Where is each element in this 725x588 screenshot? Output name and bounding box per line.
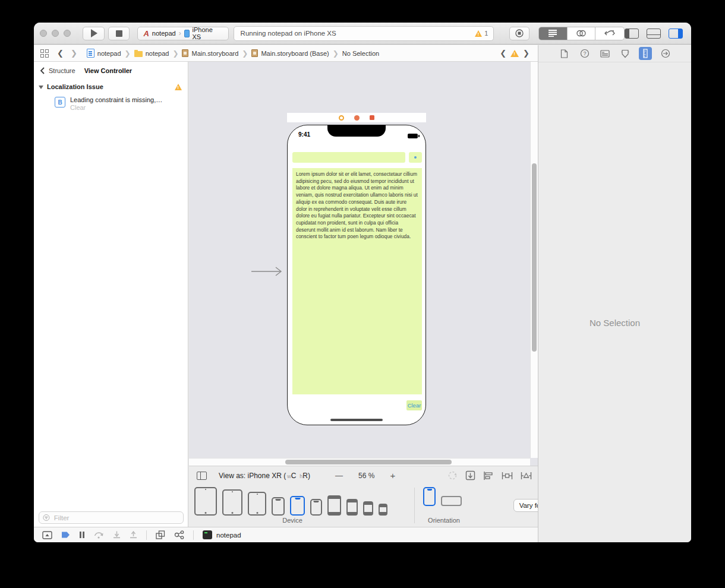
toggle-navigator-panel-button[interactable] <box>625 29 639 39</box>
device-iphone-se[interactable] <box>363 501 373 516</box>
device-iphone-xs-max[interactable] <box>272 497 285 516</box>
disclosure-triangle-icon[interactable] <box>39 86 43 89</box>
related-items-icon[interactable] <box>40 49 49 58</box>
pause-icon[interactable] <box>79 531 85 539</box>
exit-segue-icon[interactable] <box>370 115 374 120</box>
zoom-in-button[interactable]: + <box>390 470 395 480</box>
iphone-xr-design-canvas[interactable]: 9:41 Lorem ipsum dolor sit er elit lamet… <box>287 125 426 425</box>
issue-clear-action[interactable]: Clear <box>70 104 86 111</box>
navigator-title: View Controller <box>84 67 132 74</box>
next-issue-button[interactable]: ❯ <box>523 49 529 58</box>
memory-graph-icon[interactable] <box>174 530 184 539</box>
view-hierarchy-debugger-icon[interactable] <box>156 530 165 539</box>
step-into-icon[interactable] <box>113 531 121 539</box>
minimize-window-button[interactable] <box>52 30 59 37</box>
resolve-autolayout-icon[interactable] <box>521 471 532 480</box>
issue-text-block: Leading constraint is missing,… Clear <box>70 96 162 112</box>
first-responder-icon[interactable] <box>354 115 360 121</box>
assistant-editor-icon <box>576 30 587 37</box>
debug-process-tab[interactable]: notepad <box>203 530 241 539</box>
device-ipad-large[interactable] <box>194 487 217 516</box>
clear-button[interactable]: Clear <box>406 400 422 410</box>
run-button[interactable] <box>83 27 105 40</box>
filter-input[interactable] <box>53 514 179 522</box>
issue-group-row[interactable]: Localization Issue <box>34 78 188 93</box>
help-icon: ? <box>580 49 590 58</box>
text-view[interactable]: Lorem ipsum dolor sit er elit lamet, con… <box>292 168 422 394</box>
library-icon <box>515 29 524 38</box>
chevron-separator-icon: ❯ <box>172 49 178 58</box>
hide-debug-area-icon[interactable] <box>42 531 52 539</box>
update-frames-icon[interactable] <box>447 470 458 480</box>
view-as-button[interactable]: View as: iPhone XR ( w C h R) <box>219 472 310 480</box>
standard-editor-button[interactable] <box>539 27 568 40</box>
align-icon[interactable] <box>483 471 494 480</box>
view-controller-icon[interactable] <box>339 115 344 121</box>
text-field[interactable] <box>292 152 405 163</box>
add-note-button[interactable] <box>409 152 422 163</box>
version-editor-button[interactable] <box>595 27 624 40</box>
device-iphone-8-plus[interactable] <box>327 495 341 516</box>
identity-inspector-tab[interactable] <box>598 47 611 60</box>
device-iphone-4s[interactable] <box>379 504 387 516</box>
step-out-icon[interactable] <box>130 531 137 539</box>
filter-icon <box>43 514 50 521</box>
storyboard-entry-point-arrow[interactable] <box>251 266 285 277</box>
size-inspector-tab-selected[interactable] <box>639 47 652 60</box>
breadcrumb-item-project[interactable]: notepad <box>87 49 121 58</box>
panel-toggle-group <box>625 29 683 39</box>
zoom-window-button[interactable] <box>64 30 71 37</box>
zoom-level[interactable]: 56 % <box>358 472 374 480</box>
assistant-editor-button[interactable] <box>568 27 596 40</box>
structure-back-link[interactable]: Structure <box>49 67 75 74</box>
svg-text:?: ? <box>583 50 586 56</box>
connections-inspector-tab[interactable] <box>659 47 672 60</box>
previous-issue-button[interactable]: ❮ <box>500 49 506 58</box>
library-button[interactable] <box>509 27 529 40</box>
embed-in-stack-icon[interactable] <box>465 470 475 480</box>
vertical-scrollbar[interactable] <box>530 62 538 458</box>
no-selection-placeholder: No Selection <box>538 318 691 328</box>
horizontal-scrollbar-thumb[interactable] <box>285 460 452 464</box>
attributes-inspector-tab[interactable] <box>619 47 632 60</box>
grid-square <box>45 49 49 53</box>
auto-layout-buttons <box>447 470 532 480</box>
breadcrumb-item-selection[interactable]: No Selection <box>342 50 379 57</box>
orientation-landscape-button[interactable] <box>441 496 462 506</box>
vertical-scrollbar-thumb[interactable] <box>532 163 537 352</box>
quick-help-inspector-tab[interactable]: ? <box>578 47 591 60</box>
forward-button[interactable]: ❯ <box>71 49 77 58</box>
stop-button[interactable] <box>108 27 130 40</box>
breakpoints-toggle-icon[interactable] <box>61 531 70 539</box>
file-inspector-tab[interactable] <box>558 47 571 60</box>
close-window-button[interactable] <box>40 30 47 37</box>
zoom-out-button[interactable]: — <box>335 471 343 480</box>
horizontal-scrollbar[interactable] <box>189 458 530 466</box>
breadcrumb-item-group[interactable]: notepad <box>134 50 169 57</box>
document-outline-toggle-icon[interactable] <box>197 472 207 480</box>
orientation-portrait-button[interactable] <box>423 487 436 506</box>
chevron-separator-icon: › <box>179 29 181 37</box>
scheme-selector[interactable]: A notepad › iPhone XS <box>137 27 228 40</box>
step-over-icon[interactable] <box>94 531 104 539</box>
back-button[interactable]: ❮ <box>57 49 64 58</box>
divider <box>193 530 194 540</box>
warning-icon[interactable] <box>510 50 519 57</box>
breadcrumb-item-storyboard-base[interactable]: Main.storyboard (Base) <box>251 49 329 57</box>
device-iphone-8[interactable] <box>346 499 358 516</box>
add-constraints-icon[interactable] <box>502 471 513 480</box>
canvas-bottom-bar: View as: iPhone XR ( w C h R) — 56 % + <box>189 466 538 485</box>
device-iphone-xr-selected[interactable] <box>290 496 305 516</box>
warning-counter[interactable]: 1 <box>475 30 488 37</box>
issue-group-label: Localization Issue <box>47 83 103 90</box>
device-ipad-small[interactable] <box>248 492 266 516</box>
filter-field[interactable] <box>39 511 184 524</box>
interface-builder-canvas[interactable]: 9:41 Lorem ipsum dolor sit er elit lamet… <box>189 62 538 466</box>
device-ipad-medium[interactable] <box>222 489 242 516</box>
toggle-inspector-panel-button[interactable] <box>669 29 683 39</box>
breadcrumb-item-storyboard[interactable]: Main.storyboard <box>182 49 238 57</box>
device-iphone-xs[interactable] <box>310 499 322 516</box>
back-chevron-icon[interactable] <box>40 67 45 74</box>
toggle-debug-area-button[interactable] <box>647 29 661 39</box>
issue-row[interactable]: B Leading constraint is missing,… Clear <box>34 93 188 112</box>
